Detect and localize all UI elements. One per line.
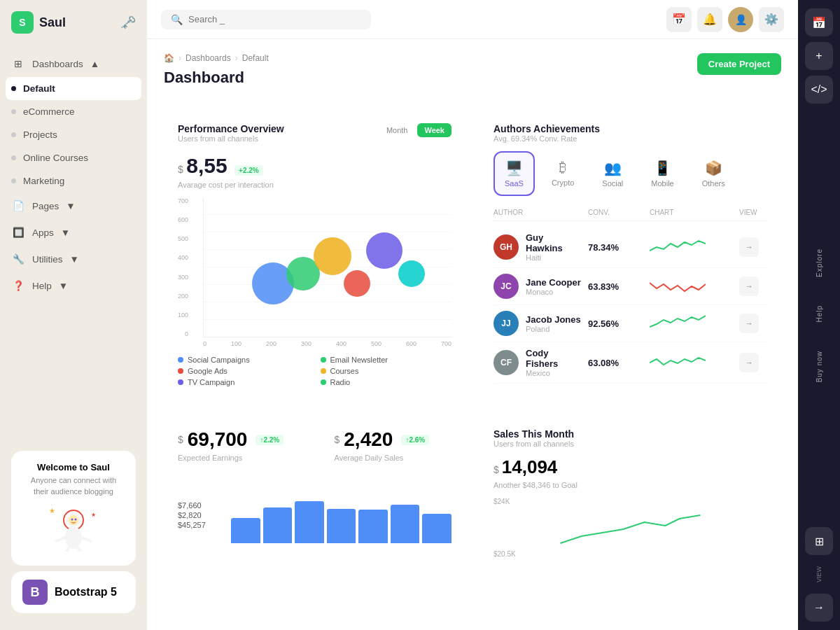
sidebar-item-help[interactable]: ❓ Help ▼	[0, 272, 147, 299]
rs-buy-section: Buy now	[816, 340, 823, 393]
avatar-guy: GH	[493, 234, 519, 260]
svg-point-8	[71, 519, 74, 521]
sidebar-item-online-courses[interactable]: Online Courses	[0, 146, 147, 169]
svg-point-7	[69, 515, 78, 525]
expected-earnings-card: $ 69,700 ↑2.2% Expected Earnings	[164, 414, 309, 476]
svg-line-4	[82, 538, 91, 541]
rs-bottom-label: VIEW	[816, 561, 822, 588]
tab-month[interactable]: Month	[379, 123, 415, 137]
legend-google-ads: Google Ads	[178, 367, 309, 375]
earnings-label: Expected Earnings	[178, 454, 295, 462]
view-btn-jane[interactable]: →	[739, 276, 759, 296]
settings-icon-btn[interactable]: ⚙️	[759, 7, 784, 32]
bar-side-values: $7,660 $2,820 $45,257	[178, 501, 220, 543]
sales-sparkline	[493, 508, 767, 550]
metric-label: Avarage cost per interaction	[178, 181, 451, 189]
bubble-google-ads	[344, 270, 370, 297]
sidebar-item-projects[interactable]: Projects	[0, 123, 147, 146]
avatar-jane: JC	[493, 274, 519, 299]
topbar-right: 📅 🔔 👤 ⚙️	[666, 7, 784, 32]
sales-chart	[493, 508, 767, 550]
sparkline-jane	[650, 276, 706, 297]
breadcrumb-dashboards: Dashboards	[186, 53, 231, 63]
topbar: 🔍 📅 🔔 👤 ⚙️	[147, 0, 798, 39]
notification-icon-btn[interactable]: 🔔	[697, 7, 722, 32]
app-name: Saul	[39, 15, 66, 30]
search-box[interactable]: 🔍	[161, 10, 371, 29]
sidebar-item-apps[interactable]: 🔲 Apps ▼	[0, 219, 147, 246]
chart-legend: Social Campaigns Email Newsletter Google…	[178, 356, 451, 386]
authors-subtitle: Avg. 69.34% Conv. Rate	[493, 134, 767, 143]
user-avatar[interactable]: 👤	[728, 7, 753, 32]
content-area: 🏠 › Dashboards › Default Dashboard Creat…	[147, 39, 798, 630]
svg-text:★: ★	[49, 507, 55, 514]
earnings-value: 69,700	[188, 428, 248, 451]
key-icon: 🗝️	[120, 15, 136, 30]
table-row: CF Cody Fishers Mexico 63.08%	[493, 342, 767, 384]
performance-title: Performance Overview	[178, 123, 284, 134]
search-input[interactable]	[188, 14, 361, 24]
sidebar-item-ecommerce[interactable]: eCommerce	[0, 100, 147, 123]
sparkline-guy	[650, 237, 706, 258]
category-tabs: 🖥️ SaaS ₿ Crypto 👥 Social 📱	[493, 151, 767, 196]
rs-grid-icon[interactable]: ⊞	[805, 527, 833, 555]
search-icon: 🔍	[171, 14, 183, 25]
bootstrap-icon: B	[22, 580, 48, 605]
create-project-button[interactable]: Create Project	[697, 53, 781, 75]
svg-point-9	[75, 519, 77, 521]
cat-tab-saas[interactable]: 🖥️ SaaS	[493, 151, 535, 196]
cat-tab-crypto[interactable]: ₿ Crypto	[540, 151, 585, 196]
authors-table: AUTHOR CONV. CHART VIEW GH	[493, 204, 767, 384]
bar-chart-card: $7,660 $2,820 $45,257	[164, 487, 465, 557]
rs-arrow-icon[interactable]: →	[805, 594, 833, 622]
sidebar-item-utilities[interactable]: 🔧 Utilities ▼	[0, 246, 147, 272]
table-row: JC Jane Cooper Monaco 63.83%	[493, 268, 767, 305]
performance-header: Performance Overview Users from all chan…	[178, 123, 451, 151]
svg-text:★: ★	[91, 512, 96, 518]
bar-7	[422, 514, 451, 543]
view-btn-cody[interactable]: →	[739, 353, 759, 372]
dot-online-courses	[11, 155, 16, 160]
bar-2	[263, 507, 293, 543]
svg-point-2	[65, 526, 82, 549]
rs-calendar-icon[interactable]: 📅	[805, 8, 833, 36]
cat-tab-mobile[interactable]: 📱 Mobile	[640, 151, 685, 196]
sidebar: S Saul 🗝️ ⊞ Dashboards ▲ Default eCommer…	[0, 0, 147, 630]
welcome-illustration: ★ ★	[46, 503, 102, 552]
calendar-icon-btn[interactable]: 📅	[666, 7, 692, 32]
rs-buy-label: Buy now	[816, 345, 823, 388]
performance-subtitle: Users from all channels	[178, 134, 284, 143]
main-cards-row: Performance Overview Users from all chan…	[164, 109, 781, 400]
sidebar-item-marketing[interactable]: Marketing	[0, 169, 147, 192]
avatar-jacob: JJ	[493, 311, 519, 336]
legend-social-campaigns: Social Campaigns	[178, 356, 309, 364]
view-btn-jacob[interactable]: →	[739, 314, 759, 333]
app-logo: S	[11, 11, 34, 34]
welcome-card: Welcome to Saul Anyone can connect with …	[11, 451, 136, 566]
y-axis: 700 600 500 400 300 200 100 0	[178, 197, 191, 337]
rs-explore-label: Explore	[816, 243, 823, 283]
bar-5	[358, 510, 388, 543]
metric-value: 8,55	[186, 154, 227, 177]
rs-code-icon[interactable]: </>	[805, 76, 833, 104]
sales-month-card: Sales This Month Users from all channels…	[479, 414, 781, 572]
right-sidebar: 📅 + </> Explore Help Buy now ⊞ VIEW →	[798, 0, 840, 630]
legend-radio: Radio	[321, 378, 452, 386]
sidebar-header: S Saul 🗝️	[0, 0, 147, 45]
view-btn-guy[interactable]: →	[739, 237, 759, 257]
sidebar-item-pages[interactable]: 📄 Pages ▼	[0, 192, 147, 219]
sidebar-nav: ⊞ Dashboards ▲ Default eCommerce Project…	[0, 45, 147, 440]
rs-help-label: Help	[816, 300, 823, 328]
sales-value: 14,094	[502, 456, 558, 478]
rs-plus-icon[interactable]: +	[805, 42, 833, 70]
sidebar-item-default[interactable]: Default	[6, 77, 141, 100]
tab-week[interactable]: Week	[417, 123, 451, 137]
breadcrumb-current: Default	[242, 53, 269, 63]
active-dot	[11, 86, 16, 91]
rs-help-section: Help	[816, 294, 823, 334]
cat-tab-others[interactable]: 📦 Others	[691, 151, 736, 196]
cat-tab-social[interactable]: 👥 Social	[591, 151, 634, 196]
bubble-chart	[203, 197, 451, 337]
dot-ecommerce	[11, 109, 16, 114]
sidebar-item-dashboards[interactable]: ⊞ Dashboards ▲	[0, 50, 147, 77]
